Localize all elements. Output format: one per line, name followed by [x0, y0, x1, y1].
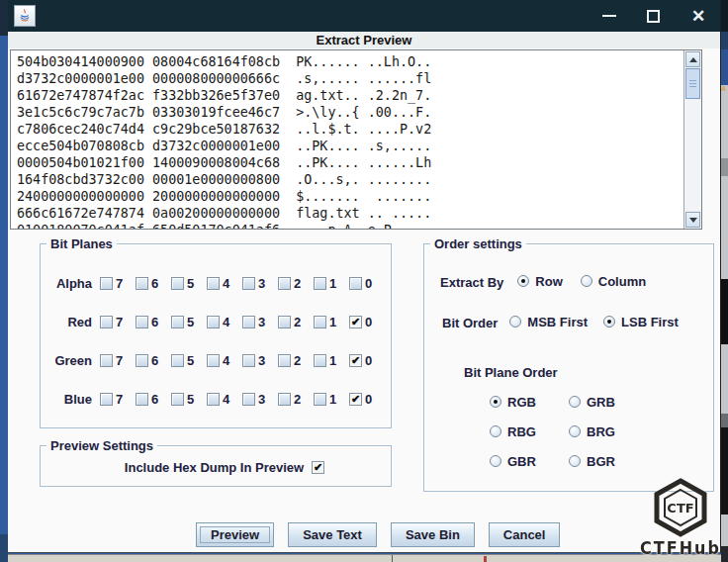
checkbox-alpha-0[interactable] — [349, 277, 362, 290]
checkbox-green-6[interactable] — [136, 354, 148, 367]
checkbox-blue-7[interactable] — [100, 393, 113, 406]
sliver-segment — [721, 158, 728, 176]
checkbox-green-5[interactable] — [171, 354, 184, 367]
bit-cell: 4 — [207, 315, 242, 329]
ctfhub-watermark-text: CTFHub — [634, 539, 727, 559]
bit-cell: 3 — [242, 353, 278, 368]
checkbox-blue-5[interactable] — [171, 393, 184, 406]
bit-plane-order-label: Bit Plane Order — [464, 365, 558, 380]
bit-plane-order-option-bgr[interactable]: BGR — [569, 451, 648, 471]
checkbox-alpha-6[interactable] — [136, 277, 148, 290]
radio-gbr[interactable] — [490, 455, 501, 467]
vertical-scrollbar[interactable] — [683, 50, 701, 229]
checkbox-red-4[interactable] — [207, 316, 220, 328]
bit-plane-order-option-gbr[interactable]: GBR — [490, 451, 569, 471]
radio-rgb[interactable] — [490, 396, 501, 408]
radio-brg[interactable] — [569, 425, 581, 437]
bit-cell: 6 — [136, 353, 171, 368]
bit-cell: 3 — [242, 392, 278, 407]
radio-label: GRB — [587, 395, 615, 410]
checkbox-green-2[interactable] — [278, 354, 291, 367]
bit-number-label: 1 — [329, 315, 336, 329]
bit-number-label: 4 — [223, 353, 229, 368]
radio-label: MSB First — [527, 315, 588, 329]
radio-column[interactable] — [581, 275, 592, 287]
ctfhub-watermark: CTF CTFHub — [634, 478, 727, 559]
save-bin-button[interactable]: Save Bin — [391, 522, 475, 547]
extract-by-option-column[interactable]: Column — [581, 274, 646, 289]
hex-dump-textarea[interactable]: 504b030414000900 08004c68164f08cb PK....… — [10, 49, 702, 230]
radio-label: RGB — [507, 395, 536, 410]
checkbox-alpha-3[interactable] — [242, 277, 255, 290]
bit-cell: 5 — [171, 315, 207, 329]
checkbox-blue-1[interactable] — [314, 393, 326, 406]
save-text-button[interactable]: Save Text — [288, 522, 377, 547]
background-left-strip — [0, 0, 8, 562]
sliver-letter: A — [721, 85, 728, 92]
radio-grb[interactable] — [569, 396, 581, 408]
bit-order-option-lsb-first[interactable]: LSB First — [603, 315, 679, 329]
scroll-down-button[interactable] — [685, 212, 700, 228]
checkbox-blue-0[interactable]: ✔ — [349, 393, 362, 406]
radio-bgr[interactable] — [569, 455, 581, 467]
radio-label: BGR — [587, 454, 615, 469]
bit-plane-order-option-rgb[interactable]: RGB — [490, 392, 569, 412]
dialog-title-text: Extract Preview — [317, 33, 412, 47]
bit-plane-row-blue: Blue7654321✔0 — [41, 380, 391, 419]
bit-plane-order-option-brg[interactable]: BRG — [569, 422, 648, 441]
checkbox-green-1[interactable] — [314, 354, 326, 367]
bit-cell: 7 — [100, 276, 136, 291]
preview-button[interactable]: Preview — [196, 522, 274, 547]
checkbox-red-6[interactable] — [136, 316, 148, 328]
sliver-segment — [721, 0, 728, 32]
scroll-up-button[interactable] — [685, 51, 700, 67]
radio-msb-first[interactable] — [509, 316, 521, 328]
checkbox-red-1[interactable] — [314, 316, 326, 328]
checkbox-red-0[interactable]: ✔ — [349, 316, 362, 328]
bit-number-label: 0 — [365, 315, 372, 329]
checkbox-green-0[interactable]: ✔ — [349, 354, 362, 367]
checkbox-red-3[interactable] — [242, 316, 255, 328]
bit-plane-order-option-rbg[interactable]: RBG — [490, 422, 569, 441]
checkbox-blue-3[interactable] — [242, 393, 255, 406]
bit-plane-order-option-grb[interactable]: GRB — [569, 392, 648, 412]
include-hex-dump-row: Include Hex Dump In Preview ✔ — [41, 460, 391, 475]
checkbox-green-3[interactable] — [242, 354, 255, 367]
radio-row[interactable] — [517, 275, 529, 287]
order-settings-title: Order settings — [430, 236, 526, 251]
hex-line: 666c61672e747874 0a00200000000000 flag.t… — [17, 205, 678, 222]
checkbox-red-2[interactable] — [278, 316, 291, 328]
checkbox-red-7[interactable] — [100, 316, 113, 328]
checkbox-alpha-7[interactable] — [100, 277, 113, 290]
bit-number-label: 3 — [258, 353, 265, 368]
maximize-button[interactable] — [633, 0, 673, 32]
checkbox-alpha-4[interactable] — [207, 277, 220, 290]
checkbox-green-7[interactable] — [100, 354, 113, 367]
order-settings-group: Order settings Extract By RowColumn Bit … — [423, 243, 714, 492]
checkbox-alpha-5[interactable] — [171, 277, 184, 290]
include-hex-dump-checkbox[interactable]: ✔ — [312, 461, 324, 474]
checkbox-blue-6[interactable] — [136, 393, 148, 406]
radio-lsb-first[interactable] — [603, 316, 615, 328]
extract-by-options: RowColumn — [517, 273, 664, 291]
preview-settings-group: Preview Settings Include Hex Dump In Pre… — [40, 445, 392, 487]
extract-by-label: Extract By — [440, 275, 503, 290]
scrollbar-thumb[interactable] — [685, 68, 700, 99]
cancel-button[interactable]: Cancel — [489, 522, 561, 547]
titlebar[interactable]: ✕ — [8, 0, 720, 32]
extract-by-option-row[interactable]: Row — [517, 274, 562, 289]
checkbox-blue-2[interactable] — [278, 393, 291, 406]
bit-cell: 1 — [314, 315, 349, 329]
checkbox-red-5[interactable] — [171, 316, 184, 328]
checkbox-alpha-2[interactable] — [278, 277, 291, 290]
checkbox-alpha-1[interactable] — [314, 277, 326, 290]
checkbox-green-4[interactable] — [207, 354, 220, 367]
bit-order-option-msb-first[interactable]: MSB First — [509, 315, 588, 329]
radio-rbg[interactable] — [490, 425, 501, 437]
bit-cell: 2 — [278, 315, 314, 329]
bottom-strip-glyph — [484, 556, 487, 562]
bit-number-label: 3 — [258, 315, 265, 329]
checkbox-blue-4[interactable] — [207, 393, 220, 406]
close-button[interactable]: ✕ — [677, 0, 720, 32]
minimize-button[interactable] — [590, 0, 629, 32]
